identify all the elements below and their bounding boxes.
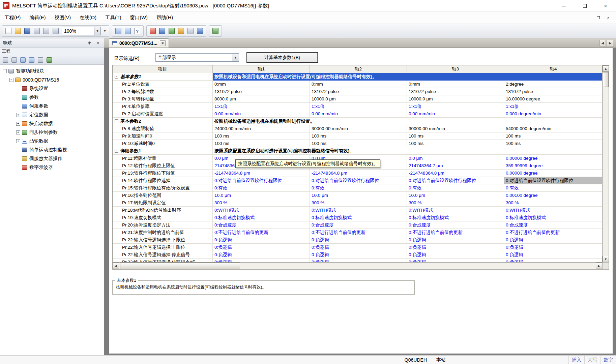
tree-expander-icon[interactable]: + [16,113,20,117]
child-minimize-button[interactable]: ─ [584,14,592,22]
tab-scroll-left-icon[interactable]: ◀ [599,40,606,46]
value-cell[interactable]: 214748364.7 μm [407,162,504,170]
row-item-cell[interactable]: Pr.21:速度控制时的进给当前值 [113,229,213,236]
value-cell[interactable]: 0:负逻辑 [310,251,407,259]
value-cell[interactable]: 0.000 degree/min [504,110,603,118]
value-cell[interactable]: 0.00100 degree [504,192,603,199]
stop-monitor-icon[interactable] [177,27,185,35]
value-cell[interactable]: 100 ms [504,132,603,140]
value-cell[interactable]: 10.0 μm [407,192,504,199]
tree-expander-icon[interactable]: + [16,130,20,134]
open-project-icon[interactable] [13,27,22,35]
value-cell[interactable]: 0:负逻辑 [213,244,310,251]
row-item-cell[interactable]: Pr.16:指令到位范围 [113,192,213,199]
value-cell[interactable]: 0:负逻辑 [213,236,310,244]
value-cell[interactable]: 54000.000 degree/min [504,125,603,132]
write-to-module-icon[interactable] [148,27,157,35]
value-cell[interactable]: 300 % [504,199,603,207]
positioning-monitor-icon[interactable] [196,27,204,35]
row-item-cell[interactable]: −基本参数2 [113,118,213,125]
value-cell[interactable]: 300 % [213,199,310,207]
row-item-cell[interactable]: Pr.11:齿隙补偿量 [113,155,213,162]
menu-item[interactable]: 工具(T) [101,12,126,24]
tree-item[interactable]: +凸轮数据 [0,137,104,146]
menu-item[interactable]: 帮助(H) [152,12,177,24]
servo-amplifier-axis-icon[interactable] [211,27,220,35]
value-cell[interactable]: 0:负逻辑 [504,251,603,259]
intelligent-module-icon[interactable] [114,27,123,35]
menu-item[interactable]: 视图(V) [50,12,75,24]
circuit-trace-icon[interactable] [123,27,132,35]
tree-item[interactable]: 系统设置 [0,84,104,93]
row-item-cell[interactable]: Pr.9:加速时间0 [113,132,213,140]
value-cell[interactable]: 0:标准速度切换模式 [310,214,407,221]
group-description-cell[interactable]: 按照机械设备和适用电机在系统启动时进行设置。 [213,118,603,125]
value-cell[interactable]: 0:不进行进给当前值的更新 [504,229,603,236]
sort-icon[interactable] [10,56,18,64]
row-item-cell[interactable]: Pr.15:软件行程限位有效/无效设置 [113,184,213,192]
tree-item[interactable]: +块启动数据 [0,119,104,128]
value-cell[interactable]: 0:有效 [213,184,310,192]
help-icon[interactable] [133,27,142,35]
value-cell[interactable]: 1:x1倍 [213,103,310,110]
refresh-icon[interactable] [46,56,53,64]
group-expander-icon[interactable]: − [115,75,118,79]
value-cell[interactable]: 0:不进行进给当前值的更新 [213,229,310,236]
row-item-cell[interactable]: Pr.2:每转脉冲数 [113,88,213,95]
value-cell[interactable]: 0:mm [407,81,504,88]
value-cell[interactable]: 0:合成速度 [213,221,310,229]
value-cell[interactable]: 0:负逻辑 [504,236,603,244]
value-cell[interactable]: 0:WITH模式 [407,207,504,214]
tree-expander-icon[interactable]: + [16,139,20,143]
tree-item[interactable]: −智能功能模块 [0,67,104,75]
module-read-icon[interactable] [32,27,41,35]
tree-expander-icon[interactable]: + [16,122,20,126]
value-cell[interactable]: 0:负逻辑 [407,259,504,263]
value-cell[interactable]: 18.00000 degree [504,95,603,103]
scroll-up-icon[interactable]: ▲ [603,65,609,72]
row-item-cell[interactable]: Pr.22:输入信号逻辑选择:停止信号 [113,251,213,259]
scroll-right-icon[interactable]: ▶ [596,263,602,269]
value-cell[interactable]: 30000.00 mm/min [310,125,407,132]
row-item-cell[interactable]: Pr.14:软件行程限位选择 [113,177,213,184]
value-cell[interactable]: 0:合成速度 [504,221,603,229]
row-item-cell[interactable]: Pr.22:输入信号逻辑选择:下限位 [113,236,213,244]
vertical-scrollbar-thumb[interactable] [603,72,609,87]
scroll-down-icon[interactable]: ▼ [603,256,609,262]
value-cell[interactable]: 0:负逻辑 [310,244,407,251]
value-cell[interactable]: 131072 pulse [407,88,504,95]
expand-all-icon[interactable] [19,56,27,64]
row-item-cell[interactable]: Pr.10:减速时间0 [113,140,213,147]
menu-item[interactable]: 编辑(E) [25,12,50,24]
value-cell[interactable]: 0:标准速度切换模式 [504,214,603,221]
row-item-cell[interactable]: Pr.19:速度切换模式 [113,214,213,221]
value-cell[interactable]: 131072 pulse [504,88,603,95]
tree-expander-icon[interactable]: − [3,69,7,73]
tree-item[interactable]: −0000:QD77MS16 [0,75,104,84]
row-item-cell[interactable]: Pr.22:输入信号逻辑选择:外部指令/切 [113,259,213,263]
tree-item[interactable]: 简单运动控制监视 [0,146,104,154]
child-close-button[interactable]: × [604,14,613,22]
value-cell[interactable]: 0:有效 [504,184,603,192]
value-cell[interactable]: 0:对进给当前值设置软件行程限位 [310,177,407,184]
row-item-cell[interactable]: Pr.8:速度限制值 [113,125,213,132]
value-cell[interactable]: 0:对进给当前值设置软件行程限位 [407,177,504,184]
value-cell[interactable]: 359.99999 degree [504,162,603,170]
value-cell[interactable]: 0:有效 [310,184,407,192]
value-cell[interactable]: 0:对进给当前值设置软件行程限位 [504,177,603,184]
value-cell[interactable]: 0:WITH模式 [310,207,407,214]
value-cell[interactable]: 0:负逻辑 [310,236,407,244]
row-item-cell[interactable]: Pr.22:输入信号逻辑选择:上限位 [113,244,213,251]
value-cell[interactable]: 100 ms [407,140,504,147]
row-item-cell[interactable]: Pr.13:软件行程限位下限值 [113,170,213,177]
value-cell[interactable]: 0:负逻辑 [213,259,310,263]
toolbar-overflow-icon[interactable]: ▼ [102,27,107,35]
horizontal-scrollbar-thumb[interactable] [120,263,240,269]
value-cell[interactable]: 300 % [407,199,504,207]
tree-item[interactable]: +定位数据 [0,111,104,119]
value-cell[interactable]: 0.0 μm [407,155,504,162]
value-cell[interactable]: 0:不进行进给当前值的更新 [407,229,504,236]
tree-item[interactable]: +同步控制参数 [0,128,104,137]
window-maximize-button[interactable] [574,0,595,11]
new-project-icon[interactable] [4,27,13,35]
